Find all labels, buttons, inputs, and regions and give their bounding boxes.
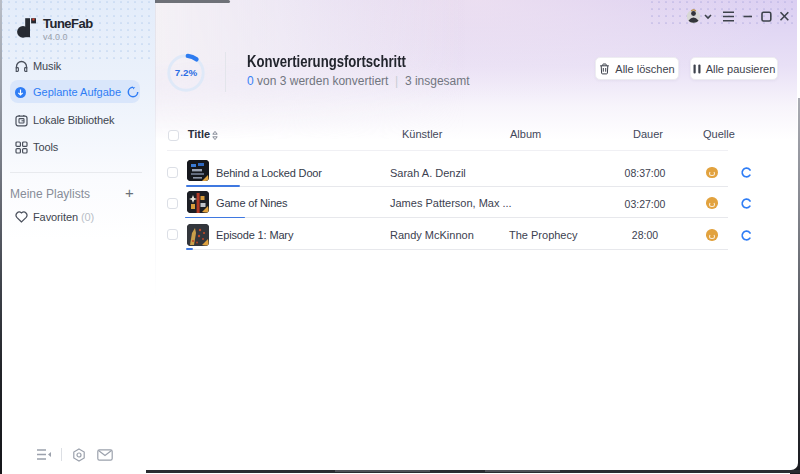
svg-text:7.2%: 7.2% xyxy=(175,67,198,78)
